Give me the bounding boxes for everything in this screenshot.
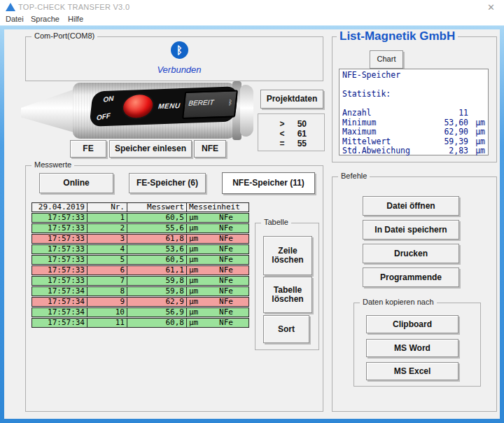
cell-time[interactable]: 17:57:33 [31,276,88,286]
device-display-text: BEREIT [188,98,214,106]
cell-nr[interactable]: 4 [87,244,127,254]
cell-messeinheit[interactable]: µmNFe [186,223,249,233]
cell-nr[interactable]: 9 [87,297,127,307]
table-row[interactable]: 17:57:33560,5µmNFe [31,255,249,265]
cell-messeinheit[interactable]: µmNFe [186,213,249,223]
cell-time[interactable]: 17:57:33 [31,234,88,244]
cell-time[interactable]: 17:57:33 [31,213,88,223]
drucken-button[interactable]: Drucken [363,244,459,263]
cell-messeinheit[interactable]: µmNFe [186,297,249,307]
threshold-row-lt: < 61 [258,129,324,139]
table-row[interactable]: 17:57:34962,9µmNFe [31,297,249,307]
threshold-value: 50 [288,119,307,129]
close-icon[interactable]: ✕ [487,2,495,13]
stats-heading: NFE-Speicher [342,71,485,81]
in-datei-speichern-button[interactable]: In Datei speichern [363,220,459,240]
projektdaten-button[interactable]: Projektdaten [260,90,323,109]
speicher-einlesen-button[interactable]: Speicher einlesen [109,140,192,158]
cell-messeinheit[interactable]: µmNFe [186,286,249,296]
table-row[interactable]: 17:57:341056,9µmNFe [31,307,249,317]
cell-nr[interactable]: 1 [87,213,127,223]
cell-messeinheit[interactable]: µmNFe [186,255,249,265]
threshold-value: 55 [288,139,307,148]
cell-nr[interactable]: 6 [87,265,127,275]
cell-time[interactable]: 17:57:34 [31,307,88,317]
cell-nr[interactable]: 10 [87,307,127,317]
zeile-loeschen-button[interactable]: Zeile löschen [263,236,312,275]
menu-item-sprache[interactable]: Sprache [31,15,59,23]
tab-fe-speicher[interactable]: FE-Speicher (6) [129,173,206,193]
stats-subheading: Statistik: [342,90,485,99]
device-control-panel: ON OFF MENU BEREIT ᛒ [89,86,238,126]
cell-time[interactable]: 17:57:34 [31,318,88,328]
table-row[interactable]: 17:57:33759,8µmNFe [31,276,249,286]
menu-item-hilfe[interactable]: Hilfe [68,15,83,23]
cell-nr[interactable]: 8 [87,286,127,296]
fe-button[interactable]: FE [70,140,106,158]
cell-messwert[interactable]: 59,8 [127,276,187,286]
cell-messwert[interactable]: 59,8 [127,286,187,296]
bluetooth-status-label: Verbunden [144,64,214,75]
cell-nr[interactable]: 7 [87,276,127,286]
table-row[interactable]: 17:57:341160,8µmNFe [31,318,249,328]
sort-button[interactable]: Sort [263,315,309,343]
comport-group-label: Com-Port(COM8) [31,32,97,40]
device-off-label: OFF [97,111,111,121]
cell-time[interactable]: 17:57:33 [31,223,88,233]
table-row[interactable]: 17:57:33255,6µmNFe [31,223,249,233]
threshold-row-eq: = 55 [258,139,324,148]
chart-button[interactable]: Chart [370,50,403,69]
ms-word-button[interactable]: MS Word [366,339,458,357]
table-body: 17:57:33160,5µmNFe17:57:33255,6µmNFe17:5… [31,213,249,328]
tab-nfe-speicher[interactable]: NFE-Speicher (11) [222,172,315,194]
cell-messeinheit[interactable]: µmNFe [186,244,249,254]
clipboard-button[interactable]: Clipboard [366,315,458,333]
device-menu-label: MENU [158,102,181,110]
cell-time[interactable]: 17:57:33 [31,244,88,254]
cell-nr[interactable]: 11 [87,318,127,328]
cell-messwert[interactable]: 61,1 [127,265,187,275]
cell-messwert[interactable]: 60,5 [127,255,187,265]
table-row[interactable]: 17:57:33361,8µmNFe [31,234,249,244]
cell-messwert[interactable]: 61,8 [127,234,187,244]
tab-online[interactable]: Online [39,173,113,193]
tabelle-loeschen-button[interactable]: Tabelle löschen [263,277,312,313]
cell-nr[interactable]: 2 [87,223,127,233]
datei-oeffnen-button[interactable]: Datei öffnen [363,196,459,216]
cell-messeinheit[interactable]: µmNFe [186,276,249,286]
cell-nr[interactable]: 3 [87,234,127,244]
cell-messwert[interactable]: 62,9 [127,297,187,307]
stat-row-anzahl: Anzahl11 [342,109,485,118]
cell-messwert[interactable]: 56,9 [127,307,187,317]
nfe-button[interactable]: NFE [194,140,226,158]
table-row[interactable]: 17:57:33453,6µmNFe [31,244,249,254]
cell-time[interactable]: 17:57:34 [31,297,88,307]
cell-messeinheit[interactable]: µmNFe [186,307,249,317]
cell-messeinheit[interactable]: µmNFe [186,318,249,328]
table-row[interactable]: 17:57:34859,8µmNFe [31,286,249,296]
threshold-value: 61 [288,129,307,139]
menu-bar: Datei Sprache Hilfe [0,14,504,25]
cell-time[interactable]: 17:57:34 [31,286,88,296]
menu-item-datei[interactable]: Datei [6,15,24,23]
device-power-button [122,94,153,118]
cell-time[interactable]: 17:57:33 [31,265,88,275]
table-row[interactable]: 17:57:33661,1µmNFe [31,265,249,275]
programmende-button[interactable]: Programmende [363,268,459,287]
table-row[interactable]: 17:57:33160,5µmNFe [31,213,249,223]
window-title: TOP-CHECK TRANSFER V3.0 [18,3,130,11]
cell-messwert[interactable]: 60,5 [127,213,187,223]
tabelle-group-label: Tabelle [261,218,291,226]
bluetooth-icon: ᛒ [171,41,188,59]
cell-nr[interactable]: 5 [87,255,127,265]
header-messwert: Messwert [127,202,187,212]
cell-messwert[interactable]: 53,6 [127,244,187,254]
device-on-label: ON [103,95,113,104]
measurement-table: 29.04.2019 Nr. Messwert Messeinheit 17:5… [31,202,249,328]
ms-excel-button[interactable]: MS Excel [366,362,458,380]
cell-time[interactable]: 17:57:33 [31,255,88,265]
cell-messeinheit[interactable]: µmNFe [186,265,249,275]
cell-messwert[interactable]: 55,6 [127,223,187,233]
cell-messwert[interactable]: 60,8 [127,318,187,328]
cell-messeinheit[interactable]: µmNFe [186,234,249,244]
